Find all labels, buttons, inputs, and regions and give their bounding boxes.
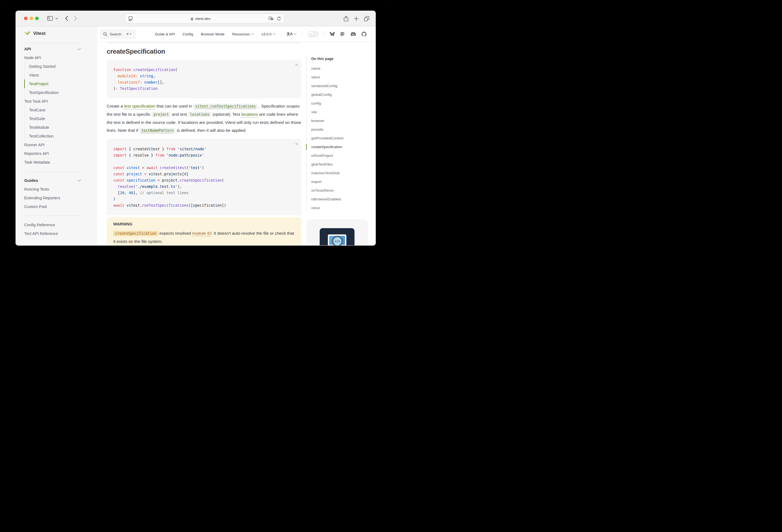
outline-link[interactable]: onTestsRerun [311,186,375,195]
social-links [330,32,366,36]
window-controls [24,16,39,20]
reader-view-icon[interactable] [129,16,133,21]
outline-link[interactable]: browser [311,116,375,125]
sidebar-item[interactable]: TestCase [25,106,81,114]
outline-link[interactable]: createSpecification [311,143,375,151]
outline-link-label: createSpecification [311,145,342,149]
lock-icon [190,17,193,21]
sidebar-item-label: TestSuite [29,114,45,123]
outline-link[interactable]: vite [311,108,375,116]
outline-link[interactable]: matchesTestGlob [311,169,375,178]
code-line: import { resolve } from 'node:path/posix… [113,152,295,158]
sidebar-item[interactable]: Test Task API [24,97,81,106]
outline-link[interactable]: config [311,99,375,108]
outline-link[interactable]: provide [311,125,375,134]
sidebar-item[interactable]: Extending Reporters [24,193,81,202]
nav-link[interactable]: Browser Mode [201,32,225,36]
sidebar-item-label: TestCase [29,106,45,114]
new-tab-icon[interactable] [354,16,359,21]
mastodon-icon[interactable] [340,32,345,36]
outline-link-label: isRootProject [311,153,333,157]
sidebar-item[interactable]: TestSpecification [25,88,81,97]
nav-link[interactable]: Resources [232,32,254,36]
theme-toggle[interactable]: ☼ [308,31,319,37]
sidebar-item-label: Getting Started [29,62,56,71]
sidebar-item[interactable]: Guides [24,176,81,185]
code-line: ): TestSpecification [113,85,295,92]
address-bar[interactable]: vitest.dev A 文 [125,13,285,24]
sidebar-item[interactable]: TestProject [24,79,81,88]
github-icon[interactable] [362,32,366,36]
outline-link[interactable]: isBrowserEnabled [311,195,375,204]
discord-icon[interactable] [351,32,356,36]
outline-link[interactable]: close [311,204,375,212]
sidebar-item[interactable]: Test API Reference [24,229,81,238]
nav-link[interactable]: v3.0.0 [261,32,276,36]
site-logo[interactable]: Vitest [24,30,81,37]
sidebar-item-label: TestModule [29,123,49,132]
sidebar-item[interactable]: TestCollection [25,132,81,141]
sidebar-item[interactable]: Config Reference [24,220,81,229]
outline-link-label: isBrowserEnabled [311,197,341,201]
code-line: const specification = project.createSpec… [113,177,295,183]
outline-link-label: globTestFiles [311,162,333,166]
header-divider [281,31,281,37]
sidebar-item[interactable]: Custom Pool [24,202,81,211]
minimize-window-button[interactable] [30,16,33,20]
text-link[interactable]: test specification [124,104,155,108]
outline-link[interactable]: import [311,178,375,186]
outline-link-label: globalConfig [311,93,332,97]
back-button[interactable] [65,16,68,21]
outline-link[interactable]: serializedConfig [311,82,375,91]
outline-link[interactable]: name [311,64,375,73]
sidebar-item[interactable]: TestSuite [25,114,81,123]
sidebar-item[interactable]: Reporters API [24,149,81,158]
text-link[interactable]: locations [241,112,258,116]
sidebar-item[interactable]: Runner API [24,141,81,149]
bluesky-icon[interactable] [330,32,334,36]
sponsor-card[interactable]: </> [306,219,368,245]
page-title: createSpecification [107,47,301,56]
sidebar-menu-chevron-icon[interactable] [55,18,58,19]
chevron-down-icon [294,33,296,35]
outline-link[interactable]: isRootProject [311,151,375,160]
sidebar-item[interactable]: Getting Started [25,62,81,71]
browser-toolbar: vitest.dev A 文 [15,11,376,26]
sidebar-item[interactable]: Node API [24,54,81,62]
tab-overview-icon[interactable] [364,16,369,21]
warning-callout: WARNING createSpecification expects reso… [107,217,301,246]
reload-icon[interactable] [277,16,281,21]
outline-link[interactable]: getProvidedContext [311,134,375,143]
translate-page-icon[interactable]: A 文 [269,16,273,21]
forward-button[interactable] [74,16,77,21]
outline-link[interactable]: globTestFiles [311,160,375,169]
language-switcher[interactable]: 文A [287,32,296,36]
nav-link-label: Config [183,32,193,36]
sidebar-item[interactable]: API [24,45,81,54]
toggle-sidebar-icon[interactable] [47,16,53,21]
search-button[interactable]: Search ⌘ K [100,29,136,39]
share-icon[interactable] [344,16,349,22]
code-link[interactable]: testNamePattern [139,128,176,133]
sidebar-item[interactable]: Vitest [25,71,81,79]
sidebar-item[interactable]: TestModule [25,123,81,132]
doc-main-column: createSpecification ts function createSp… [107,42,301,245]
sidebar-item[interactable]: Running Tests [24,185,81,193]
close-window-button[interactable] [24,16,28,20]
code-line: [20, 40], // optional test lines [113,190,295,196]
zoom-window-button[interactable] [35,16,39,20]
outline-link[interactable]: globalConfig [311,91,375,99]
outline-link-label: serializedConfig [311,84,337,88]
nav-link[interactable]: Config [183,32,193,36]
text-run: (optional). Test [211,112,241,116]
code-link[interactable]: vitest.runTestSpecifications [193,104,257,109]
nav-link[interactable]: Guide & API [155,32,175,36]
outline-link[interactable]: vitest [311,73,375,82]
sidebar-item-label: Extending Reporters [24,193,60,202]
page-content[interactable]: createSpecification ts function createSp… [97,42,376,245]
text-link[interactable]: module ID [192,231,212,236]
code-line: await vitest.runTestSpecifications([spec… [113,202,295,209]
sidebar-item[interactable]: Task Metadata [24,158,81,167]
main-nav: Guide & API Config Browser Mode Resource… [155,32,276,36]
outline-link-label: vite [311,110,317,114]
